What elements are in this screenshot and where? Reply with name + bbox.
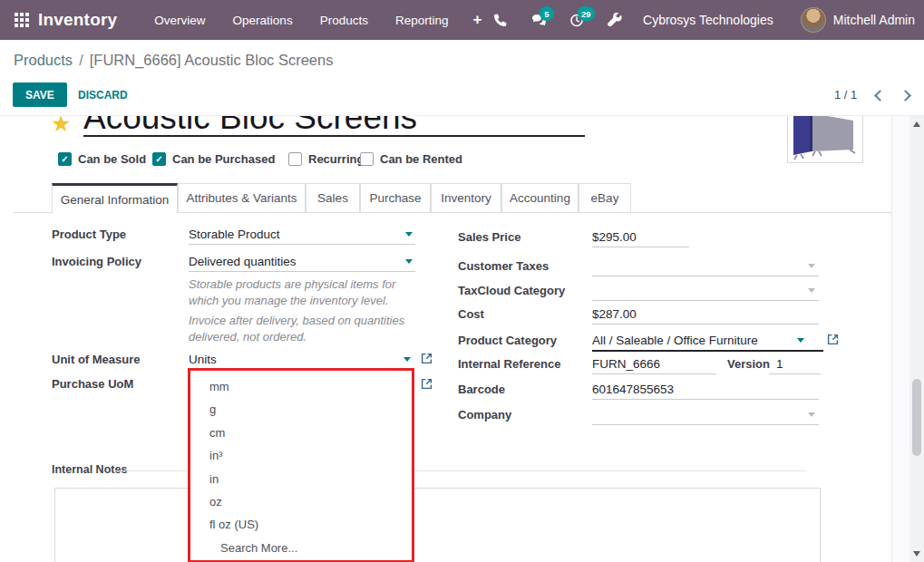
- app-name[interactable]: Inventory: [38, 10, 117, 30]
- uom-option-in3[interactable]: in³: [190, 444, 412, 467]
- title-underline: [83, 135, 585, 137]
- form-tabbar: General Information Attributes & Variant…: [14, 183, 893, 213]
- pager-next-icon[interactable]: [900, 90, 911, 102]
- internal-notes-label: Internal Notes: [52, 463, 127, 476]
- messages-icon[interactable]: 5: [531, 13, 546, 27]
- field-underline: [769, 373, 821, 374]
- can-be-sold-checkbox[interactable]: [58, 152, 72, 166]
- field-underline: [592, 350, 823, 352]
- product-type-select[interactable]: Storable Product: [189, 228, 280, 241]
- uom-option-oz[interactable]: oz: [190, 490, 412, 513]
- tab-sales[interactable]: Sales: [306, 183, 360, 213]
- apps-menu-icon[interactable]: [15, 13, 29, 27]
- chevron-down-icon[interactable]: [405, 232, 413, 237]
- cost-label: Cost: [458, 307, 484, 321]
- checkbox-row-can-be-rented: Can be Rented: [360, 152, 462, 166]
- storable-help-text: Storable products are physical items for…: [189, 276, 419, 309]
- internal-reference-input[interactable]: FURN_6666: [592, 357, 660, 371]
- user-menu[interactable]: Mitchell Admin: [833, 13, 915, 27]
- customer-taxes-label: Customer Taxes: [458, 259, 549, 273]
- nav-item-reporting[interactable]: Reporting: [395, 14, 449, 27]
- taxcloud-category-input[interactable]: [592, 300, 819, 301]
- nav-item-products[interactable]: Products: [320, 14, 368, 27]
- tab-inventory[interactable]: Inventory: [431, 183, 501, 213]
- chevron-down-icon[interactable]: [404, 357, 411, 362]
- tab-attributes-variants[interactable]: Attributes & Variants: [178, 183, 306, 213]
- can-be-sold-label: Can be Sold: [78, 152, 146, 166]
- uom-option-cm[interactable]: cm: [190, 422, 412, 444]
- scrollbar-thumb[interactable]: [912, 379, 921, 456]
- uom-label: Unit of Measure: [52, 353, 141, 366]
- recurring-checkbox[interactable]: [288, 152, 302, 166]
- favorite-star-icon[interactable]: ★: [51, 115, 71, 135]
- internal-reference-label: Internal Reference: [458, 357, 560, 371]
- uom-search-more[interactable]: Search More...: [190, 537, 412, 559]
- phone-icon[interactable]: [493, 13, 508, 27]
- tab-ebay[interactable]: eBay: [579, 183, 631, 213]
- barcode-input[interactable]: 601647855653: [592, 383, 674, 396]
- scrollbar-up-icon[interactable]: [913, 121, 920, 127]
- uom-option-floz-us[interactable]: fl oz (US): [190, 513, 412, 536]
- sales-price-input[interactable]: $295.00: [592, 230, 637, 244]
- cost-input[interactable]: $287.00: [592, 307, 637, 321]
- uom-option-in[interactable]: in: [190, 468, 412, 490]
- product-category-external-link-icon[interactable]: [827, 334, 839, 345]
- nav-plus-icon[interactable]: +: [472, 11, 481, 29]
- control-panel: SAVE DISCARD 1 / 1: [0, 76, 924, 115]
- company-switcher[interactable]: Cybrosys Technologies: [643, 13, 773, 27]
- tab-general-information[interactable]: General Information: [52, 183, 178, 214]
- activities-clock-icon[interactable]: 29: [569, 13, 584, 27]
- chevron-down-icon[interactable]: [797, 338, 804, 343]
- chevron-down-icon[interactable]: [808, 412, 815, 417]
- pager-count: 1 / 1: [834, 88, 857, 102]
- uom-option-mm[interactable]: mm: [190, 375, 412, 398]
- field-underline: [592, 324, 819, 325]
- can-be-purchased-label: Can be Purchased: [172, 152, 275, 166]
- discard-button[interactable]: DISCARD: [73, 82, 133, 107]
- invoicing-policy-select[interactable]: Delivered quantities: [189, 255, 297, 268]
- messages-badge: 5: [540, 6, 554, 21]
- product-category-input[interactable]: All / Saleable / Office Furniture: [592, 334, 758, 347]
- product-title-input[interactable]: Acoustic Bloc Screens: [83, 115, 417, 134]
- tools-wrench-icon[interactable]: [608, 13, 622, 27]
- tab-purchase[interactable]: Purchase: [360, 183, 431, 213]
- scrollbar-down-icon[interactable]: [913, 551, 920, 557]
- uom-external-link-icon[interactable]: [421, 353, 433, 364]
- uom-dropdown-menu: mm g cm in³ in oz fl oz (US) Search More…: [188, 368, 414, 562]
- product-image[interactable]: [787, 115, 863, 163]
- uom-input[interactable]: Units: [189, 353, 217, 366]
- product-category-label: Product Category: [458, 334, 557, 347]
- chevron-down-icon[interactable]: [405, 259, 413, 264]
- save-button[interactable]: SAVE: [13, 82, 67, 107]
- user-avatar[interactable]: [801, 7, 826, 33]
- version-input[interactable]: 1: [776, 357, 783, 371]
- company-label: Company: [458, 408, 511, 422]
- checkbox-row-recurring: Recurring: [288, 152, 364, 166]
- form-sheet: ★ Acoustic Bloc Screens Can be Sold Can …: [0, 115, 924, 562]
- company-input[interactable]: [592, 424, 819, 425]
- pager-previous-icon[interactable]: [874, 90, 886, 102]
- activities-badge: 29: [578, 6, 595, 21]
- chevron-down-icon[interactable]: [808, 288, 815, 293]
- vertical-scrollbar: [909, 116, 924, 562]
- purchase-uom-external-link-icon[interactable]: [421, 378, 433, 390]
- nav-item-operations[interactable]: Operations: [233, 14, 293, 27]
- invoicing-help-text: Invoice after delivery, based on quantit…: [189, 313, 419, 345]
- checkbox-row-can-be-purchased: Can be Purchased: [152, 152, 275, 166]
- can-be-rented-label: Can be Rented: [380, 152, 462, 166]
- internal-notes-textarea[interactable]: [54, 488, 821, 562]
- field-underline: [189, 244, 415, 245]
- customer-taxes-input[interactable]: [592, 276, 819, 276]
- can-be-purchased-checkbox[interactable]: [152, 152, 166, 166]
- product-type-label: Product Type: [52, 228, 126, 241]
- purchase-uom-label: Purchase UoM: [52, 377, 133, 391]
- breadcrumb-products-link[interactable]: Products: [14, 52, 73, 69]
- tab-accounting[interactable]: Accounting: [501, 183, 579, 213]
- sheet-right-gutter: [892, 116, 909, 562]
- nav-item-overview[interactable]: Overview: [154, 14, 205, 27]
- nav-right-section: 5 29 Cybrosys Technologies Mitchell Admi…: [481, 0, 915, 40]
- can-be-rented-checkbox[interactable]: [360, 152, 374, 166]
- chevron-down-icon[interactable]: [808, 264, 815, 268]
- uom-option-g[interactable]: g: [190, 398, 412, 421]
- breadcrumb-current: [FURN_6666] Acoustic Bloc Screens: [90, 52, 334, 69]
